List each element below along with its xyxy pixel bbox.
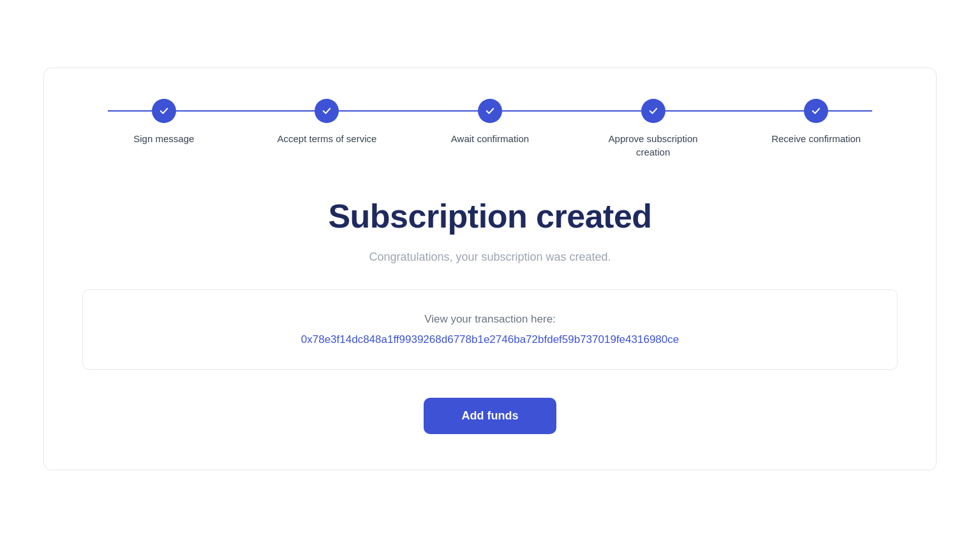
step-label-4: Approve subscription creation [602,132,704,159]
transaction-label: View your transaction here: [108,313,872,326]
page-title: Subscription created [82,197,898,235]
step-receive-confirmation: Receive confirmation [734,99,898,145]
add-funds-button[interactable]: Add funds [424,398,557,434]
main-content: Subscription created Congratulations, yo… [82,197,898,434]
stepper: Sign message Accept terms of service Awa… [82,99,898,159]
transaction-box: View your transaction here: 0x78e3f14dc8… [82,289,898,370]
transaction-hash-link[interactable]: 0x78e3f14dc848a1ff9939268d6778b1e2746ba7… [301,333,679,345]
step-label-5: Receive confirmation [771,132,861,145]
checkmark-icon-4 [648,105,659,117]
step-circle-4 [641,99,665,123]
step-sign-message: Sign message [82,99,246,145]
checkmark-icon-1 [158,105,170,117]
subtitle-text: Congratulations, your subscription was c… [82,251,898,264]
step-label-3: Await confirmation [451,132,529,145]
step-accept-terms: Accept terms of service [246,99,409,145]
step-circle-5 [804,99,828,123]
step-circle-3 [478,99,502,123]
step-await-confirmation: Await confirmation [408,99,572,145]
step-circle-1 [152,99,176,123]
step-label-1: Sign message [133,132,194,145]
step-label-2: Accept terms of service [277,132,376,145]
checkmark-icon-5 [810,105,822,117]
checkmark-icon-2 [321,105,332,117]
step-approve-subscription: Approve subscription creation [572,99,735,159]
checkmark-icon-3 [484,105,496,117]
page-container: Sign message Accept terms of service Awa… [43,68,937,470]
step-circle-2 [315,99,339,123]
